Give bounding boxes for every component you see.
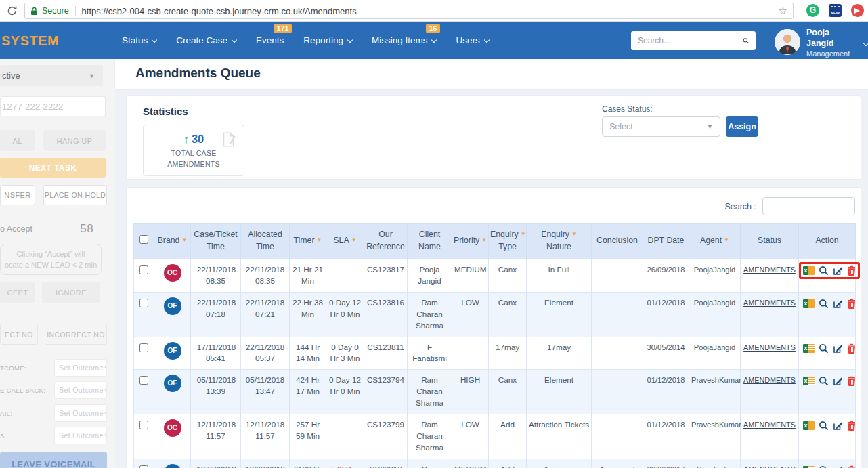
column-header-brand[interactable]: Brand▼ — [154, 224, 191, 259]
edit-icon[interactable] — [833, 265, 843, 276]
view-icon[interactable] — [819, 376, 829, 386]
edit-icon[interactable] — [833, 421, 843, 431]
edit-icon[interactable] — [833, 465, 843, 468]
nav-item-missing-items[interactable]: Missing Items16 — [372, 35, 437, 45]
next-task-button[interactable]: NEXT TASK — [0, 158, 106, 178]
delete-icon[interactable] — [847, 465, 856, 468]
excel-export-icon[interactable]: x — [803, 377, 815, 385]
bookmark-star-icon[interactable]: ☆ — [779, 5, 787, 17]
leave-voicemail-button[interactable]: LEAVE VOICEMAIL — [0, 452, 107, 468]
column-header-timer[interactable]: Timer▼ — [290, 224, 326, 259]
sla-cell: 0 Day 12 Hr 0 Min — [326, 370, 364, 414]
column-header-agent[interactable]: Agent▼ — [689, 224, 741, 259]
red-extension-icon[interactable] — [851, 4, 864, 17]
select-all-checkbox[interactable] — [139, 235, 148, 244]
sort-caret-icon[interactable]: ▼ — [724, 237, 729, 243]
view-icon[interactable] — [819, 421, 829, 431]
assign-button[interactable]: Assign — [726, 116, 758, 137]
excel-export-icon[interactable]: x — [803, 421, 815, 430]
row-checkbox[interactable] — [139, 376, 148, 385]
hang-up-button[interactable]: HANG UP — [43, 130, 106, 151]
view-icon[interactable] — [819, 465, 829, 468]
global-search-input[interactable] — [638, 36, 743, 45]
address-bar[interactable]: Secure https://csb2-004-csb-create-quote… — [24, 3, 794, 19]
delete-icon[interactable] — [847, 376, 856, 386]
user-menu[interactable]: Pooja Jangid Management — [775, 27, 868, 58]
nav-item-events[interactable]: Events171 — [256, 35, 284, 45]
cases-status-select[interactable]: Select ▼ — [602, 116, 720, 137]
transfer-button[interactable]: NSFER — [0, 185, 35, 205]
view-icon[interactable] — [819, 343, 829, 354]
new-extension-icon[interactable]: NEW — [829, 4, 842, 17]
edit-icon[interactable] — [833, 376, 843, 386]
edit-icon[interactable] — [833, 343, 843, 354]
row-checkbox[interactable] — [139, 421, 148, 429]
delete-icon[interactable] — [847, 265, 856, 276]
global-search — [631, 31, 756, 50]
column-header-enquiry[interactable]: Enquiry▼Nature — [527, 224, 592, 259]
sort-caret-icon[interactable]: ▼ — [571, 231, 577, 237]
nav-item-reporting[interactable]: Reporting — [303, 35, 352, 45]
set-outcome-select[interactable]: Set Outcome▼ — [54, 427, 107, 444]
main-content: Amendments Queue Statistics ↑30 TOTAL CA… — [115, 59, 868, 468]
sort-caret-icon[interactable]: ▼ — [351, 237, 357, 243]
status-link[interactable]: AMENDMENTS — [743, 421, 796, 429]
view-icon[interactable] — [819, 265, 829, 276]
missing-items-count-badge: 16 — [426, 24, 441, 33]
set-outcome-select[interactable]: Set Outcome▼ — [54, 359, 107, 377]
delete-icon[interactable] — [847, 343, 856, 354]
nav-item-status[interactable]: Status — [122, 35, 156, 45]
row-checkbox[interactable] — [139, 343, 148, 352]
column-header-sla[interactable]: SLA▼ — [326, 224, 364, 259]
grammarly-extension-icon[interactable]: G — [806, 4, 819, 17]
ignore-button[interactable]: IGNORE — [42, 282, 100, 303]
url-text[interactable]: https://csb2-004-csb-create-quote-csb.jo… — [82, 6, 773, 16]
set-outcome-select[interactable]: Set Outcome▼ — [54, 381, 107, 399]
column-header-conclusion: Conclusion — [592, 224, 643, 259]
phone-number-input[interactable] — [0, 96, 106, 116]
status-link[interactable]: AMENDMENTS — [743, 343, 796, 352]
search-icon[interactable] — [743, 36, 749, 45]
enquiry-type-cell: Canx — [489, 370, 527, 414]
status-link[interactable]: AMENDMENTS — [743, 265, 796, 274]
place-on-hold-button[interactable]: PLACE ON HOLD — [43, 185, 107, 205]
excel-export-icon[interactable]: x — [803, 299, 815, 308]
accept-button[interactable]: CEPT — [0, 282, 35, 303]
delete-icon[interactable] — [847, 299, 856, 309]
table-row: OF 12/03/2018 10:45 12/03/2018 10:49 613… — [134, 459, 856, 468]
sort-caret-icon[interactable]: ▼ — [481, 237, 487, 243]
dial-button[interactable]: AL — [0, 130, 35, 151]
incorrect-no-button[interactable]: INCORRECT NO — [45, 324, 107, 345]
nav-item-users[interactable]: Users — [456, 35, 488, 45]
app-logo[interactable]: SYSTEM — [1, 33, 59, 49]
excel-export-icon[interactable]: x — [803, 344, 815, 353]
sort-caret-icon[interactable]: ▼ — [181, 237, 187, 243]
select-all-header[interactable] — [134, 224, 154, 259]
set-outcome-value: Set Outcome — [59, 364, 104, 372]
column-header-status: Status — [741, 224, 799, 259]
edit-icon[interactable] — [833, 299, 843, 309]
action-group: x — [801, 464, 858, 468]
row-checkbox[interactable] — [139, 465, 148, 468]
table-search-input[interactable] — [762, 197, 855, 215]
status-link[interactable]: AMENDMENTS — [743, 465, 796, 468]
sort-caret-icon[interactable]: ▼ — [317, 237, 322, 243]
allocated-time-cell: 22/11/2018 07:21 — [241, 292, 290, 337]
delete-icon[interactable] — [847, 421, 856, 431]
case-ticket-time-cell: 12/11/2018 11:57 — [191, 414, 241, 459]
correct-no-button[interactable]: ECT NO — [0, 324, 38, 345]
sort-caret-icon[interactable]: ▼ — [521, 231, 526, 237]
status-link[interactable]: AMENDMENTS — [743, 376, 796, 384]
call-state-dropdown[interactable]: ctive▼ — [0, 65, 103, 86]
column-header-enquiry[interactable]: Enquiry▼Type — [489, 224, 527, 259]
view-icon[interactable] — [819, 299, 829, 309]
set-outcome-select[interactable]: Set Outcome▼ — [54, 404, 107, 422]
reload-icon[interactable] — [7, 5, 18, 16]
nav-item-create-case[interactable]: Create Case — [176, 35, 236, 45]
total-case-amendments-card[interactable]: ↑30 TOTAL CASE AMENDMENTS — [143, 125, 244, 176]
column-header-priority[interactable]: Priority▼ — [452, 224, 489, 259]
excel-export-icon[interactable]: x — [803, 266, 815, 275]
row-checkbox[interactable] — [139, 265, 148, 274]
row-checkbox[interactable] — [139, 299, 148, 307]
status-link[interactable]: AMENDMENTS — [743, 299, 796, 307]
